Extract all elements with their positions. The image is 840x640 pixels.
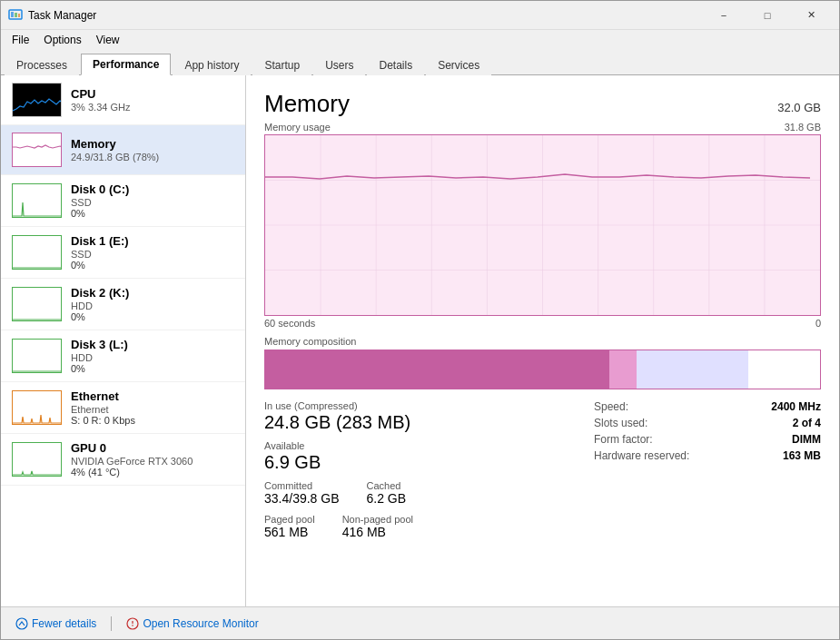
- tab-performance[interactable]: Performance: [81, 54, 171, 75]
- sidebar-item-cpu[interactable]: CPU 3% 3.34 GHz: [1, 75, 245, 125]
- menu-bar: File Options View: [1, 30, 839, 50]
- disk1-info: Disk 1 (E:) SSD 0%: [71, 234, 234, 271]
- paged-label: Paged pool: [264, 514, 315, 525]
- panel-title: Memory: [264, 90, 350, 118]
- svg-rect-10: [13, 391, 62, 425]
- gpu-info: GPU 0 NVIDIA GeForce RTX 3060 4% (41 °C): [71, 441, 234, 478]
- menu-file[interactable]: File: [5, 32, 36, 48]
- svg-rect-3: [18, 14, 20, 17]
- comp-modified: [609, 350, 637, 389]
- svg-rect-2: [15, 13, 17, 17]
- disk3-type: HDD: [71, 352, 234, 363]
- sidebar-item-disk2[interactable]: Disk 2 (K:) HDD 0%: [1, 279, 245, 330]
- in-use-value: 24.8 GB (283 MB): [264, 411, 594, 433]
- gpu-label: GPU 0: [71, 441, 234, 455]
- sidebar-item-disk3[interactable]: Disk 3 (L:) HDD 0%: [1, 330, 245, 382]
- cpu-info: CPU 3% 3.34 GHz: [71, 87, 234, 113]
- form-row: Form factor: DIMM: [594, 433, 821, 446]
- svg-rect-5: [13, 133, 62, 167]
- tab-startup[interactable]: Startup: [252, 54, 311, 75]
- available-value: 6.9 GB: [264, 451, 321, 473]
- in-use-stat: In use (Compressed) 24.8 GB (283 MB): [264, 400, 594, 433]
- resource-monitor-icon: [126, 617, 139, 630]
- bottom-bar: Fewer details Open Resource Monitor: [1, 606, 839, 639]
- chart-time-end: 0: [815, 318, 821, 329]
- chevron-up-icon: [15, 617, 28, 630]
- slots-value: 2 of 4: [793, 417, 821, 429]
- tab-processes[interactable]: Processes: [5, 54, 79, 75]
- memory-label: Memory: [71, 137, 234, 151]
- memory-usage-chart: [264, 134, 821, 316]
- memory-thumbnail: [12, 133, 62, 167]
- svg-rect-8: [13, 288, 62, 321]
- menu-view[interactable]: View: [89, 32, 127, 48]
- stats-section: In use (Compressed) 24.8 GB (283 MB) Ava…: [264, 400, 821, 540]
- chart-time-row: 60 seconds 0: [264, 318, 821, 329]
- open-resource-monitor-button[interactable]: Open Resource Monitor: [126, 617, 258, 630]
- svg-rect-1: [11, 12, 14, 17]
- cpu-thumbnail: [12, 83, 62, 117]
- fewer-details-button[interactable]: Fewer details: [15, 617, 96, 630]
- hw-reserved-row: Hardware reserved: 163 MB: [594, 449, 821, 462]
- paged-pool-stat: Paged pool 561 MB: [264, 514, 315, 540]
- menu-options[interactable]: Options: [36, 32, 88, 48]
- disk0-type: SSD: [71, 197, 234, 208]
- tab-users[interactable]: Users: [313, 54, 365, 75]
- window-controls: − □ ✕: [703, 3, 832, 28]
- ethernet-info: Ethernet Ethernet S: 0 R: 0 Kbps: [71, 389, 234, 426]
- committed-label: Committed: [264, 480, 340, 491]
- svg-rect-6: [13, 184, 62, 218]
- memory-chart-section: Memory usage 31.8 GB: [264, 122, 821, 329]
- disk3-info: Disk 3 (L:) HDD 0%: [71, 338, 234, 374]
- gpu-thumbnail: [12, 442, 62, 477]
- cpu-label: CPU: [71, 87, 234, 101]
- close-button[interactable]: ✕: [790, 3, 832, 28]
- svg-rect-11: [13, 443, 62, 477]
- sidebar-item-ethernet[interactable]: Ethernet Ethernet S: 0 R: 0 Kbps: [1, 382, 245, 434]
- composition-section: Memory composition: [264, 336, 821, 389]
- available-label: Available: [264, 440, 321, 451]
- disk1-thumbnail: [12, 235, 62, 270]
- available-stat-row: Available 6.9 GB: [264, 440, 594, 473]
- form-value: DIMM: [792, 433, 821, 446]
- speed-label: Speed:: [594, 400, 628, 413]
- sidebar-item-disk1[interactable]: Disk 1 (E:) SSD 0%: [1, 227, 245, 279]
- disk2-thumbnail: [12, 287, 62, 321]
- comp-free: [748, 350, 820, 389]
- comp-in-use: [265, 350, 609, 389]
- committed-value: 33.4/39.8 GB: [264, 491, 340, 507]
- sidebar-item-gpu[interactable]: GPU 0 NVIDIA GeForce RTX 3060 4% (41 °C): [1, 434, 245, 486]
- main-content: CPU 3% 3.34 GHz Memory 24.9/31.8 GB (78%…: [1, 75, 839, 606]
- sidebar-item-disk0[interactable]: Disk 0 (C:) SSD 0%: [1, 175, 245, 227]
- memory-panel: Memory 32.0 GB Memory usage 31.8 GB: [246, 75, 839, 606]
- composition-label: Memory composition: [264, 336, 821, 347]
- maximize-button[interactable]: □: [746, 3, 788, 28]
- paged-value: 561 MB: [264, 525, 315, 540]
- form-label: Form factor:: [594, 433, 653, 446]
- sidebar-item-memory[interactable]: Memory 24.9/31.8 GB (78%): [1, 125, 245, 175]
- nonpaged-label: Non-paged pool: [342, 514, 413, 525]
- disk3-thumbnail: [12, 339, 62, 373]
- ethernet-thumbnail: [12, 390, 62, 425]
- tab-services[interactable]: Services: [426, 54, 491, 75]
- task-manager-window: Task Manager − □ ✕ File Options View Pro…: [0, 0, 840, 640]
- stats-right: Speed: 2400 MHz Slots used: 2 of 4 Form …: [594, 400, 821, 540]
- chart-max-label: 31.8 GB: [785, 122, 821, 133]
- cached-label: Cached: [367, 480, 407, 491]
- panel-total: 32.0 GB: [777, 101, 821, 114]
- svg-point-24: [16, 618, 27, 629]
- disk2-info: Disk 2 (K:) HDD 0%: [71, 286, 234, 322]
- chart-time-start: 60 seconds: [264, 318, 315, 329]
- tabs-bar: Processes Performance App history Startu…: [1, 50, 839, 75]
- disk0-label: Disk 0 (C:): [71, 182, 234, 196]
- slots-label: Slots used:: [594, 417, 647, 429]
- disk0-info: Disk 0 (C:) SSD 0%: [71, 182, 234, 219]
- ethernet-label: Ethernet: [71, 389, 234, 403]
- committed-stat: Committed 33.4/39.8 GB: [264, 480, 340, 507]
- minimize-button[interactable]: −: [703, 3, 745, 28]
- slots-row: Slots used: 2 of 4: [594, 417, 821, 429]
- tab-details[interactable]: Details: [367, 54, 424, 75]
- disk2-usage: 0%: [71, 311, 234, 322]
- fewer-details-label: Fewer details: [32, 617, 96, 630]
- tab-app-history[interactable]: App history: [173, 54, 251, 75]
